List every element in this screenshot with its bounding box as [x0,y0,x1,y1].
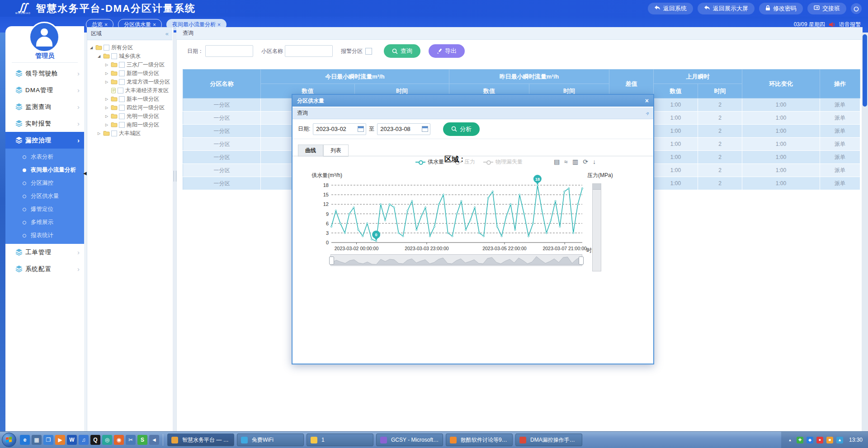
calendar-icon[interactable] [358,126,364,132]
subcol-time[interactable]: 时间 [698,84,742,98]
export-button[interactable]: 导出 [429,44,465,58]
tree-checkbox[interactable] [118,88,123,93]
date-to-input[interactable]: 2023-03-08 [377,123,430,135]
sidebar-subitem-分区供水量[interactable]: 分区供水量 [5,190,84,203]
media-player-icon[interactable]: ▶ [55,435,65,445]
taskbar-task-智慧水务平台 — M...[interactable]: 智慧水务平台 — M... [167,434,234,446]
modal-tab-列表[interactable]: 列表 [323,145,349,157]
tree-expand-icon[interactable]: ▷ [105,71,111,75]
tree-checkbox[interactable] [119,79,125,85]
ie-icon[interactable]: e [20,435,30,445]
subcol-value[interactable]: 数值 [654,84,698,98]
water-supply-line-chart[interactable]: 03691215182023-03-02 00:00:002023-03-03 … [320,170,591,254]
power-button[interactable] [851,3,862,14]
download-icon[interactable]: ↓ [593,158,596,165]
header-button-交接班[interactable]: 交接班 [807,3,846,14]
tree-checkbox[interactable] [119,113,125,119]
tree-node-大丰港经济开发区[interactable]: 大丰港经济开发区 [87,86,172,94]
modal-close-icon[interactable]: × [645,97,649,104]
line-chart-icon[interactable]: ≈ [564,158,568,165]
word-icon[interactable]: W [67,435,77,445]
browser-360-icon[interactable]: ◎ [102,435,112,445]
update-icon[interactable]: ■ [826,437,833,443]
data-view-icon[interactable]: ▤ [554,158,560,165]
community-input[interactable] [285,45,333,57]
search-button[interactable]: 查询 [384,44,420,58]
sidebar-item-实时报警[interactable]: 实时报警› [5,115,84,132]
start-button[interactable] [2,433,16,447]
tree-checkbox[interactable] [119,62,125,68]
calendar-icon[interactable] [422,126,428,132]
snipping-icon[interactable]: ✂ [126,435,136,445]
modal-titlebar[interactable]: 分区供水量 × [292,95,653,107]
tree-checkbox[interactable] [119,122,125,128]
cell-action[interactable]: 派单 [820,138,860,151]
header-button-返回系统[interactable]: 返回系统 [648,3,693,14]
legend-item-供水量[interactable]: 供水量 [415,158,444,166]
tree-collapse-icon[interactable]: ◢ [98,54,103,58]
sidebar-subitem-报表统计[interactable]: 报表统计 [5,229,84,242]
datazoom-vertical-handle[interactable] [593,184,601,190]
sidebar-item-领导驾驶舱[interactable]: 领导驾驶舱› [5,65,84,82]
sidebar-item-监测查询[interactable]: 监测查询› [5,98,84,115]
avatar[interactable] [29,22,60,52]
tree-node-所有分区[interactable]: ◢所有分区 [87,43,172,51]
col-header-today[interactable]: 今日最小瞬时流量m³/h [261,70,449,84]
sidebar-subitem-分区漏控[interactable]: 分区漏控 [5,177,84,190]
firefox-icon[interactable]: ◉ [114,435,124,445]
show-desktop-icon[interactable]: ▦ [32,435,42,445]
datazoom-vertical-slider[interactable] [592,183,601,271]
tree-expand-icon[interactable]: ▷ [105,63,111,67]
tree-checkbox[interactable] [119,96,125,102]
panel-collapse-icon[interactable]: « [165,30,169,37]
network-icon[interactable]: ▲ [836,437,843,443]
cell-action[interactable]: 派单 [820,177,860,190]
tree-node-三水厂一级分区[interactable]: ▷三水厂一级分区 [87,61,172,69]
header-button-修改密码[interactable]: 修改密码 [759,3,803,14]
alarm-tray-icon[interactable]: ● [816,437,823,443]
input-method-icon[interactable]: S [137,435,147,445]
cell-action[interactable]: 派单 [820,112,860,125]
tray-expand-icon[interactable]: ▴ [787,437,793,443]
tree-expand-icon[interactable]: ▷ [105,114,111,118]
tree-node-龙堤方强一级分区[interactable]: ▷龙堤方强一级分区 [87,78,172,86]
datazoom-right-handle[interactable] [579,257,584,265]
tree-collapse-icon[interactable]: ◢ [90,46,95,50]
col-header-yesterday[interactable]: 昨日最小瞬时流量m³/h [449,70,609,84]
tree-node-新丰一级分区[interactable]: ▷新丰一级分区 [87,95,172,103]
cell-action[interactable]: 派单 [820,164,860,177]
date-input[interactable] [205,45,253,57]
sidebar-item-系统配置[interactable]: 系统配置› [5,261,84,277]
bar-chart-icon[interactable]: ▥ [572,158,578,165]
col-header-action[interactable]: 操作 [820,70,860,98]
datazoom-horizontal-slider[interactable] [330,254,582,266]
legend-item-物理漏失量[interactable]: 物理漏失量 [483,158,523,166]
refresh-icon[interactable]: ⟳ [583,158,588,165]
tree-expand-icon[interactable]: ▷ [98,131,103,135]
modal-expand-icon[interactable]: » [644,110,651,117]
tree-checkbox[interactable] [119,70,125,76]
tree-checkbox[interactable] [111,131,117,136]
tree-checkbox[interactable] [119,105,125,111]
tree-expand-icon[interactable]: ▷ [105,123,111,127]
modal-tab-曲线[interactable]: 曲线 [298,145,323,157]
security-icon[interactable]: ✚ [797,437,803,443]
volume-icon[interactable]: ◄ [149,435,159,445]
sidebar-collapse-arrow-icon[interactable]: ◀ [83,171,87,176]
header-button-返回展示大屏[interactable]: 返回展示大屏 [698,3,755,14]
taskbar-task-散酷软件讨论等94个...[interactable]: 散酷软件讨论等94个... [446,434,513,446]
date-from-input[interactable]: 2023-03-02 [313,123,366,135]
taskbar-task-免费WiFi[interactable]: 免费WiFi [237,434,304,446]
alarm-partition-checkbox[interactable] [365,48,372,55]
tree-node-城乡供水[interactable]: ◢城乡供水 [87,52,172,60]
tree-node-大丰城区[interactable]: ▷大丰城区 [87,129,172,137]
col-header-name[interactable]: 分区名称 [183,70,261,98]
tree-checkbox[interactable] [111,53,117,59]
taskbar-task-1[interactable]: 1 [307,434,373,446]
cell-action[interactable]: 派单 [820,151,860,164]
sidebar-item-DMA管理[interactable]: DMA管理› [5,82,84,98]
analyze-button[interactable]: 分析 [443,122,480,136]
sidebar-subitem-水表分析[interactable]: 水表分析 [5,150,84,163]
qq-icon[interactable]: Q [90,435,100,445]
tree-node-新团一级分区[interactable]: ▷新团一级分区 [87,69,172,77]
